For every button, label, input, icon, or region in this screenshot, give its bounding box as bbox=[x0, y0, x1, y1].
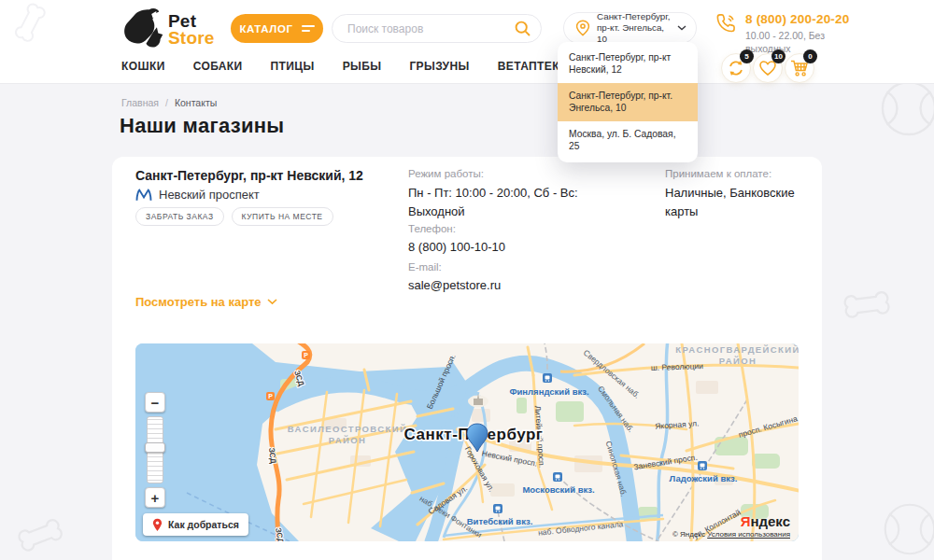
cart-badge: 0 bbox=[803, 49, 817, 63]
station-label: Витебский вкз. bbox=[467, 516, 533, 526]
nav-item-fish[interactable]: РЫБЫ bbox=[343, 60, 382, 73]
svg-text:P: P bbox=[304, 352, 308, 358]
pet-silhouette-icon bbox=[121, 7, 164, 50]
store-email-label: E-mail: bbox=[408, 261, 442, 273]
nav-item-rodents[interactable]: ГРЫЗУНЫ bbox=[409, 60, 469, 73]
phone-icon bbox=[715, 12, 737, 35]
page-title: Наши магазины bbox=[120, 114, 284, 138]
favorites-button[interactable]: 10 bbox=[753, 53, 783, 83]
station-label: Ладожский вкз. bbox=[670, 473, 738, 483]
breadcrumb-current: Контакты bbox=[175, 97, 217, 108]
store-address: Санкт-Петербург, пр-кт Невский, 12 bbox=[135, 168, 363, 183]
payment-value: Наличные, Банковские карты bbox=[665, 184, 805, 221]
breadcrumb: Главная / Контакты bbox=[121, 97, 217, 108]
metro-row: Невский проспект bbox=[135, 188, 260, 202]
svg-text:ш. Революции: ш. Революции bbox=[651, 361, 704, 372]
header-phone-number[interactable]: 8 (800) 200-20-20 bbox=[745, 12, 849, 26]
location-selector-text: Санкт-Петербург, пр-кт. Энгельса, 10 bbox=[597, 11, 671, 46]
station-label: Финляндский вкз. bbox=[509, 386, 588, 397]
zoom-in-button[interactable]: + bbox=[145, 487, 165, 508]
schedule-value: Пн - Пт: 10:00 - 20:00, Сб - Вс: Выходно… bbox=[408, 184, 616, 221]
store-tags: ЗАБРАТЬ ЗАКАЗ КУПИТЬ НА МЕСТЕ bbox=[135, 207, 333, 226]
location-option-engelsa[interactable]: Санкт-Петербург, пр-кт. Энгельса, 10 bbox=[558, 83, 698, 121]
phone-text: 8 (800) 200-20-20 10.00 - 22.00, Без вых… bbox=[745, 12, 849, 55]
page-root: Pet Store КАТАЛОГ Санкт-Петербург, пр-кт… bbox=[0, 0, 934, 560]
metro-icon bbox=[135, 189, 152, 202]
svg-text:РАЙОН: РАЙОН bbox=[719, 356, 757, 366]
tennis-ball-icon bbox=[883, 502, 934, 556]
logo-text: Pet Store bbox=[168, 7, 215, 47]
map-widget: P P ЗСД ЗСД ЗСД ВАСИЛЕОСТРОВСКИЙ РАЙОН К… bbox=[135, 343, 799, 541]
header-hours: 10.00 - 22.00, Без выходных bbox=[745, 29, 849, 55]
favorites-badge: 10 bbox=[771, 49, 785, 63]
header: Pet Store КАТАЛОГ Санкт-Петербург, пр-кт… bbox=[0, 0, 934, 84]
location-option-moscow[interactable]: Москва, ул. Б. Садовая, 25 bbox=[558, 121, 698, 160]
bone-icon bbox=[4, 0, 55, 49]
copyright-text: © Яндекс bbox=[672, 530, 705, 539]
svg-text:P: P bbox=[268, 393, 273, 399]
compare-button[interactable]: 5 bbox=[721, 53, 751, 83]
station-label: Московский вкз. bbox=[522, 484, 594, 495]
chevron-down-icon bbox=[677, 25, 686, 31]
map-canvas[interactable]: P P ЗСД ЗСД ЗСД ВАСИЛЕОСТРОВСКИЙ РАЙОН К… bbox=[135, 343, 799, 541]
breadcrumb-separator: / bbox=[165, 97, 168, 108]
nav-item-birds[interactable]: ПТИЦЫ bbox=[271, 60, 315, 73]
location-line1: Санкт-Петербург, bbox=[597, 11, 671, 22]
district-label: КРАСНОГВАРДЕЙСКИЙ bbox=[675, 344, 799, 355]
zoom-out-button[interactable]: − bbox=[145, 392, 165, 413]
catalog-button-label: КАТАЛОГ bbox=[239, 23, 292, 35]
tag-pickup: ЗАБРАТЬ ЗАКАЗ bbox=[135, 207, 224, 226]
store-phone-value[interactable]: 8 (800) 100-10-10 bbox=[408, 238, 505, 257]
bone-icon bbox=[9, 504, 71, 560]
payment-label: Принимаем к оплате: bbox=[665, 168, 771, 179]
directions-button[interactable]: Как добраться bbox=[143, 513, 248, 536]
show-on-map-link[interactable]: Посмотреть на карте bbox=[135, 295, 277, 309]
district-label: ВАСИЛЕОСТРОВСКИЙ bbox=[288, 424, 407, 434]
schedule-label: Режим работы: bbox=[408, 168, 484, 179]
store-logo[interactable]: Pet Store bbox=[121, 7, 215, 50]
chevron-down-icon bbox=[267, 299, 277, 305]
directions-label: Как добраться bbox=[168, 519, 239, 530]
search-input[interactable] bbox=[332, 14, 542, 43]
terms-link[interactable]: Условия использования bbox=[707, 530, 790, 539]
search-icon[interactable] bbox=[514, 20, 532, 38]
tennis-ball-icon bbox=[880, 79, 934, 137]
metro-station-name: Невский проспект bbox=[159, 188, 260, 202]
yandex-logo[interactable]: Яндекс bbox=[741, 513, 790, 529]
bone-icon bbox=[833, 271, 901, 339]
svg-text:РАЙОН: РАЙОН bbox=[329, 435, 366, 445]
search-bar bbox=[332, 14, 542, 43]
compare-badge: 5 bbox=[740, 49, 754, 63]
nav-item-cats[interactable]: КОШКИ bbox=[121, 60, 165, 73]
store-email-value[interactable]: sale@petstore.ru bbox=[408, 276, 501, 295]
cart-button[interactable]: 0 bbox=[785, 53, 814, 83]
location-pin-icon bbox=[575, 20, 590, 36]
store-phone-label: Телефон: bbox=[408, 223, 456, 234]
location-dropdown: Санкт-Петербург, пр-кт Невский, 12 Санкт… bbox=[558, 42, 698, 162]
show-on-map-label: Посмотреть на карте bbox=[135, 295, 262, 309]
red-pin-icon bbox=[152, 518, 163, 532]
catalog-button[interactable]: КАТАЛОГ bbox=[231, 14, 323, 43]
location-selector[interactable]: Санкт-Петербург, пр-кт. Энгельса, 10 bbox=[563, 12, 697, 44]
zoom-slider-handle[interactable] bbox=[145, 442, 165, 453]
logo-line2: Store bbox=[168, 30, 215, 47]
tag-buy-onsite: КУПИТЬ НА МЕСТЕ bbox=[232, 207, 333, 226]
map-copyright: © Яндекс Условия использования bbox=[672, 530, 790, 539]
location-option-nevsky[interactable]: Санкт-Петербург, пр-кт Невский, 12 bbox=[558, 45, 698, 83]
svg-text:ЗСД: ЗСД bbox=[267, 447, 278, 464]
nav-item-dogs[interactable]: СОБАКИ bbox=[193, 60, 243, 73]
hamburger-icon bbox=[302, 22, 315, 35]
header-phone-block: 8 (800) 200-20-20 10.00 - 22.00, Без вых… bbox=[715, 12, 849, 55]
breadcrumb-home[interactable]: Главная bbox=[121, 97, 159, 108]
